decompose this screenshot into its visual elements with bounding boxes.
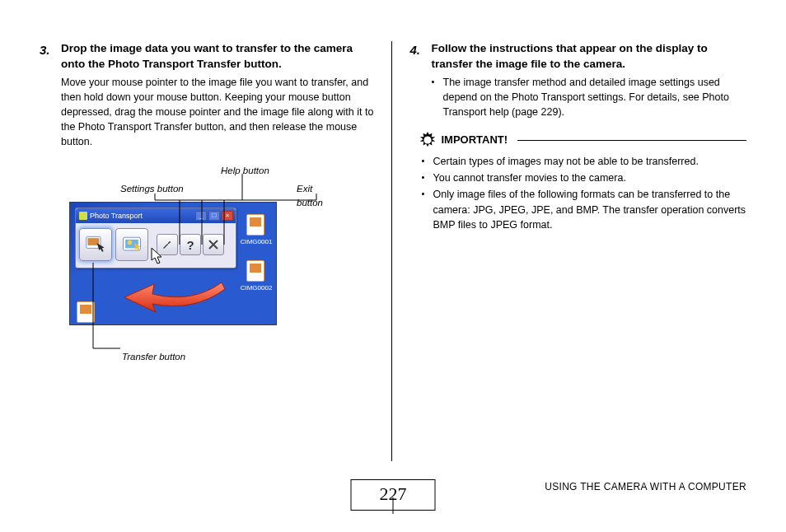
step-body: Move your mouse pointer to the image fil… <box>61 75 377 150</box>
left-column: 3. Drop the image data you want to trans… <box>40 41 377 461</box>
svg-point-4 <box>128 240 132 245</box>
thumb-label: CIMG0001 <box>237 237 275 247</box>
column-divider <box>391 41 392 461</box>
list-item: • You cannot transfer movies to the came… <box>422 170 747 185</box>
close-window-button[interactable]: × <box>222 211 233 221</box>
file-thumb[interactable]: CIMG0002 <box>246 260 264 282</box>
exit-button[interactable] <box>203 234 224 255</box>
capture-icon <box>120 233 143 256</box>
small-button-group: ? <box>157 234 224 255</box>
bullet-icon: • <box>422 187 433 201</box>
minimize-button[interactable]: _ <box>195 211 207 221</box>
transfer-icon <box>84 233 107 256</box>
bullet-icon: • <box>432 75 443 89</box>
step-4-list: • The image transfer method and detailed… <box>432 75 747 119</box>
burst-icon <box>419 131 437 149</box>
capture-button[interactable] <box>115 228 148 261</box>
desktop-screenshot: Photo Transport _ □ × <box>69 202 277 325</box>
bullet-icon: • <box>422 154 433 168</box>
step-number: 4. <box>410 41 432 59</box>
important-rule <box>517 140 746 141</box>
page-columns: 3. Drop the image data you want to trans… <box>0 0 786 461</box>
step-4: 4. Follow the instructions that appear o… <box>410 41 747 72</box>
important-list: • Certain types of images may not be abl… <box>422 154 747 232</box>
list-text: Only image files of the following format… <box>433 187 747 231</box>
step-heading: Follow the instructions that appear on t… <box>432 41 747 72</box>
list-text: You cannot transfer movies to the camera… <box>433 170 626 185</box>
list-text: Certain types of images may not be able … <box>433 154 699 169</box>
window-controls: _ □ × <box>195 211 236 221</box>
titlebar: Photo Transport _ □ × <box>76 208 236 223</box>
callout-transfer: Transfer button <box>122 350 333 364</box>
app-title: Photo Transport <box>90 211 143 222</box>
callout-exit: Exit button <box>297 182 333 209</box>
callout-settings: Settings button <box>120 182 184 196</box>
x-icon <box>207 238 220 251</box>
thumb-label: CIMG0002 <box>237 283 275 293</box>
cursor-icon <box>151 247 166 265</box>
svg-point-14 <box>423 137 431 144</box>
step-3: 3. Drop the image data you want to trans… <box>40 41 377 72</box>
app-icon <box>79 212 87 220</box>
help-button[interactable]: ? <box>180 234 201 255</box>
callout-help: Help button <box>221 164 269 178</box>
photo-transport-figure: Settings button Help button Exit button … <box>69 164 333 364</box>
drag-arrow-icon <box>119 281 225 314</box>
transfer-button[interactable] <box>79 228 112 261</box>
callouts-top: Settings button Help button Exit button <box>69 164 333 202</box>
thumb-label: CIMG0002 <box>69 324 105 325</box>
file-thumb[interactable]: CIMG0002 <box>77 301 95 323</box>
list-item: • Certain types of images may not be abl… <box>422 154 747 169</box>
bullet-icon: • <box>422 170 433 184</box>
important-label: IMPORTANT! <box>442 133 508 148</box>
maximize-button[interactable]: □ <box>208 211 220 221</box>
page-footer: 227 USING THE CAMERA WITH A COMPUTER <box>0 483 786 516</box>
step-heading: Drop the image data you want to transfer… <box>61 41 377 72</box>
list-item: • Only image files of the following form… <box>422 187 747 231</box>
right-column: 4. Follow the instructions that appear o… <box>410 41 747 461</box>
step-number: 3. <box>40 41 61 59</box>
section-title: USING THE CAMERA WITH A COMPUTER <box>545 481 746 492</box>
list-text: The image transfer method and detailed i… <box>443 75 747 119</box>
important-header: IMPORTANT! <box>419 131 747 149</box>
footer-divider <box>393 497 394 514</box>
file-thumb[interactable]: CIMG0001 <box>246 214 264 236</box>
list-item: • The image transfer method and detailed… <box>432 75 747 119</box>
